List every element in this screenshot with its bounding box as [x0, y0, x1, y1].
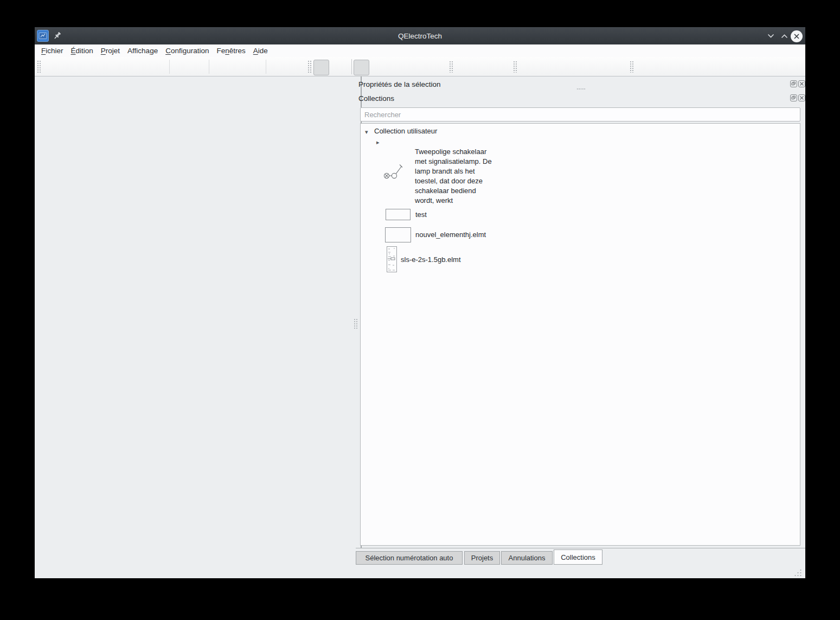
splitter-handle[interactable] — [354, 318, 357, 329]
app-window: QElectroTech Fichier Édition Projet Affi… — [35, 27, 805, 578]
toolbar-drag-handle[interactable] — [630, 61, 633, 73]
terminal-strip-element-icon — [387, 246, 397, 272]
menu-label: Fichier — [41, 47, 63, 55]
chevron-up-icon — [781, 33, 788, 39]
tab-projets[interactable]: Projets — [464, 551, 500, 565]
toolbar-drag-handle[interactable] — [513, 61, 517, 73]
window-minimize-button[interactable] — [766, 31, 775, 40]
empty-element-icon — [385, 227, 411, 242]
list-item[interactable]: sls-e-2s-1.5gb.elmt — [361, 245, 578, 273]
toolbar-drag-handle[interactable] — [37, 60, 41, 73]
empty-element-icon — [386, 209, 411, 220]
tree-expanded-arrow-icon[interactable]: ▾ — [365, 129, 368, 135]
list-item[interactable]: test — [361, 208, 578, 223]
list-item-label: nouvel_elementhj.elmt — [415, 231, 486, 239]
search-input[interactable] — [360, 107, 800, 122]
tree-root-label[interactable]: Collection utilisateur — [374, 127, 437, 136]
dock-collections-title: Collections — [358, 93, 394, 104]
menu-label: Projet — [101, 47, 120, 55]
menu-edition[interactable]: Édition — [67, 44, 97, 57]
resize-grip[interactable] — [793, 569, 802, 577]
close-icon — [793, 33, 800, 40]
menu-projet[interactable]: Projet — [97, 44, 124, 57]
menu-aide[interactable]: Aide — [249, 44, 272, 57]
window-maximize-button[interactable] — [779, 31, 789, 40]
tab-annulations[interactable]: Annulations — [501, 551, 553, 565]
toolbar-separator — [209, 60, 209, 74]
menu-label: Fenêtres — [216, 47, 245, 55]
menu-label: Affichage — [127, 47, 158, 55]
list-item-label: Tweepolige schakelaar met signalisatiela… — [415, 147, 492, 206]
tree-row-root[interactable]: ▾ — [365, 126, 368, 136]
menubar: Fichier Édition Projet Affichage Configu… — [35, 44, 805, 57]
two-pole-switch-with-lamp-icon — [383, 163, 406, 182]
dock-close-icon[interactable] — [798, 94, 805, 101]
toolbar-button-2[interactable] — [354, 60, 369, 75]
dock-close-icon[interactable] — [798, 80, 805, 87]
toolbar-separator — [169, 60, 170, 74]
tab-selection-numerotation-auto[interactable]: Sélection numérotation auto — [356, 551, 463, 565]
dock-properties-title: Propriétés de la sélection — [358, 79, 441, 90]
window-title: QElectroTech — [35, 27, 805, 44]
tree-collapsed-arrow-icon[interactable]: ▸ — [376, 139, 380, 145]
list-item-label: test — [415, 210, 427, 219]
toolbar-separator — [351, 59, 352, 74]
dock-float-icon[interactable] — [790, 94, 797, 101]
menu-label: Édition — [71, 47, 93, 55]
tab-collections[interactable]: Collections — [554, 549, 602, 565]
toolbar — [35, 57, 805, 76]
toolbar-button-1[interactable] — [313, 60, 329, 75]
toolbar-drag-handle[interactable] — [307, 60, 311, 73]
chevron-down-icon — [767, 33, 774, 39]
dock-splitter-handle[interactable] — [576, 88, 586, 91]
menu-fichier[interactable]: Fichier — [37, 44, 67, 57]
titlebar[interactable]: QElectroTech — [35, 27, 805, 44]
list-item[interactable]: Tweepolige schakelaar met signalisatiela… — [361, 145, 578, 208]
menu-label: Aide — [253, 47, 268, 55]
menu-label: Configuration — [165, 47, 209, 55]
toolbar-drag-handle[interactable] — [449, 61, 453, 73]
menu-configuration[interactable]: Configuration — [162, 44, 213, 57]
dock-float-icon[interactable] — [790, 80, 797, 87]
list-item[interactable]: nouvel_elementhj.elmt — [361, 226, 578, 244]
collections-tree: ▾ Collection utilisateur ▸ Tweepolige sc… — [360, 123, 800, 546]
menu-affichage[interactable]: Affichage — [124, 44, 162, 57]
list-item-label: sls-e-2s-1.5gb.elmt — [401, 255, 461, 264]
menu-fenetres[interactable]: Fenêtres — [213, 44, 249, 57]
dock-bottom-border — [356, 548, 805, 548]
window-close-button[interactable] — [791, 30, 803, 42]
toolbar-separator — [266, 60, 266, 74]
